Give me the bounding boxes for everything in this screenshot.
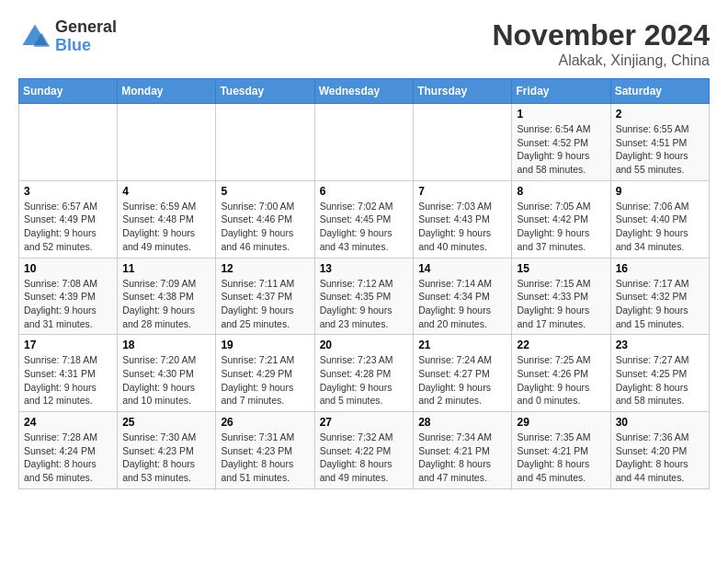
- calendar-day-cell: 28Sunrise: 7:34 AM Sunset: 4:21 PM Dayli…: [414, 412, 512, 489]
- weekday-header: Friday: [512, 79, 610, 104]
- calendar-day-cell: 21Sunrise: 7:24 AM Sunset: 4:27 PM Dayli…: [414, 335, 512, 412]
- day-info: Sunrise: 7:05 AM Sunset: 4:42 PM Dayligh…: [517, 200, 605, 254]
- calendar-day-cell: 3Sunrise: 6:57 AM Sunset: 4:49 PM Daylig…: [19, 180, 118, 258]
- day-number: 15: [517, 262, 605, 275]
- calendar-day-cell: 17Sunrise: 7:18 AM Sunset: 4:31 PM Dayli…: [19, 335, 118, 412]
- weekday-header: Wednesday: [314, 79, 414, 104]
- day-number: 8: [517, 185, 605, 198]
- day-info: Sunrise: 7:18 AM Sunset: 4:31 PM Dayligh…: [24, 353, 112, 408]
- calendar-day-cell: 9Sunrise: 7:06 AM Sunset: 4:40 PM Daylig…: [610, 180, 709, 258]
- weekday-header: Saturday: [610, 79, 709, 104]
- day-info: Sunrise: 7:11 AM Sunset: 4:37 PM Dayligh…: [221, 277, 309, 331]
- title-block: November 2024 Alakak, Xinjiang, China: [492, 18, 710, 69]
- calendar-day-cell: 20Sunrise: 7:23 AM Sunset: 4:28 PM Dayli…: [314, 335, 414, 412]
- calendar-day-cell: 24Sunrise: 7:28 AM Sunset: 4:24 PM Dayli…: [19, 412, 118, 489]
- day-number: 9: [616, 185, 704, 198]
- calendar-day-cell: 2Sunrise: 6:55 AM Sunset: 4:51 PM Daylig…: [610, 104, 709, 181]
- calendar-week-row: 17Sunrise: 7:18 AM Sunset: 4:31 PM Dayli…: [19, 335, 710, 412]
- day-info: Sunrise: 6:55 AM Sunset: 4:51 PM Dayligh…: [616, 122, 704, 177]
- day-info: Sunrise: 6:59 AM Sunset: 4:48 PM Dayligh…: [122, 200, 210, 254]
- calendar-day-cell: [19, 104, 118, 181]
- day-info: Sunrise: 7:34 AM Sunset: 4:21 PM Dayligh…: [418, 431, 506, 485]
- day-info: Sunrise: 7:32 AM Sunset: 4:22 PM Dayligh…: [320, 431, 409, 485]
- day-info: Sunrise: 6:57 AM Sunset: 4:49 PM Dayligh…: [24, 200, 112, 254]
- day-info: Sunrise: 7:21 AM Sunset: 4:29 PM Dayligh…: [221, 353, 309, 408]
- calendar-day-cell: 22Sunrise: 7:25 AM Sunset: 4:26 PM Dayli…: [512, 335, 610, 412]
- day-number: 29: [517, 416, 605, 429]
- day-info: Sunrise: 7:12 AM Sunset: 4:35 PM Dayligh…: [320, 277, 409, 331]
- day-info: Sunrise: 7:35 AM Sunset: 4:21 PM Dayligh…: [517, 431, 605, 485]
- weekday-header: Sunday: [19, 79, 118, 104]
- logo-icon: [18, 20, 51, 53]
- calendar-week-row: 3Sunrise: 6:57 AM Sunset: 4:49 PM Daylig…: [19, 180, 710, 258]
- day-info: Sunrise: 7:03 AM Sunset: 4:43 PM Dayligh…: [418, 200, 506, 254]
- calendar-table: SundayMondayTuesdayWednesdayThursdayFrid…: [18, 78, 710, 489]
- day-info: Sunrise: 7:23 AM Sunset: 4:28 PM Dayligh…: [320, 353, 409, 408]
- calendar-week-row: 1Sunrise: 6:54 AM Sunset: 4:52 PM Daylig…: [19, 104, 710, 181]
- day-info: Sunrise: 7:24 AM Sunset: 4:27 PM Dayligh…: [418, 353, 506, 408]
- day-number: 25: [122, 416, 210, 429]
- day-number: 16: [616, 262, 704, 275]
- day-number: 2: [616, 108, 704, 121]
- calendar-header-row: SundayMondayTuesdayWednesdayThursdayFrid…: [19, 79, 710, 104]
- day-info: Sunrise: 7:27 AM Sunset: 4:25 PM Dayligh…: [616, 353, 704, 408]
- day-info: Sunrise: 7:30 AM Sunset: 4:23 PM Dayligh…: [122, 431, 210, 485]
- calendar-day-cell: 11Sunrise: 7:09 AM Sunset: 4:38 PM Dayli…: [118, 258, 216, 335]
- calendar-day-cell: [414, 104, 512, 181]
- day-number: 13: [320, 262, 409, 275]
- day-number: 30: [616, 416, 704, 429]
- day-number: 19: [221, 339, 309, 351]
- day-number: 14: [418, 262, 506, 275]
- day-info: Sunrise: 7:20 AM Sunset: 4:30 PM Dayligh…: [122, 353, 210, 408]
- calendar-day-cell: 12Sunrise: 7:11 AM Sunset: 4:37 PM Dayli…: [216, 258, 314, 335]
- day-info: Sunrise: 7:31 AM Sunset: 4:23 PM Dayligh…: [221, 431, 309, 485]
- day-number: 26: [221, 416, 309, 429]
- day-info: Sunrise: 7:09 AM Sunset: 4:38 PM Dayligh…: [122, 277, 210, 331]
- logo-general-text: General: [55, 18, 117, 37]
- calendar-day-cell: 5Sunrise: 7:00 AM Sunset: 4:46 PM Daylig…: [216, 180, 314, 258]
- day-number: 18: [122, 339, 210, 351]
- calendar-day-cell: 8Sunrise: 7:05 AM Sunset: 4:42 PM Daylig…: [512, 180, 610, 258]
- day-number: 24: [24, 416, 112, 429]
- weekday-header: Tuesday: [216, 79, 314, 104]
- calendar-day-cell: 1Sunrise: 6:54 AM Sunset: 4:52 PM Daylig…: [512, 104, 610, 181]
- calendar-day-cell: 16Sunrise: 7:17 AM Sunset: 4:32 PM Dayli…: [610, 258, 709, 335]
- day-info: Sunrise: 7:14 AM Sunset: 4:34 PM Dayligh…: [418, 277, 506, 331]
- day-info: Sunrise: 7:36 AM Sunset: 4:20 PM Dayligh…: [616, 431, 704, 485]
- calendar-day-cell: 18Sunrise: 7:20 AM Sunset: 4:30 PM Dayli…: [118, 335, 216, 412]
- calendar-week-row: 24Sunrise: 7:28 AM Sunset: 4:24 PM Dayli…: [19, 412, 710, 489]
- calendar-day-cell: 25Sunrise: 7:30 AM Sunset: 4:23 PM Dayli…: [118, 412, 216, 489]
- calendar-day-cell: 30Sunrise: 7:36 AM Sunset: 4:20 PM Dayli…: [610, 412, 709, 489]
- day-number: 11: [122, 262, 210, 275]
- day-info: Sunrise: 6:54 AM Sunset: 4:52 PM Dayligh…: [517, 122, 605, 177]
- day-info: Sunrise: 7:28 AM Sunset: 4:24 PM Dayligh…: [24, 431, 112, 485]
- day-number: 4: [122, 185, 210, 198]
- location-subtitle: Alakak, Xinjiang, China: [492, 52, 710, 69]
- calendar-day-cell: 10Sunrise: 7:08 AM Sunset: 4:39 PM Dayli…: [19, 258, 118, 335]
- calendar-week-row: 10Sunrise: 7:08 AM Sunset: 4:39 PM Dayli…: [19, 258, 710, 335]
- calendar-day-cell: 27Sunrise: 7:32 AM Sunset: 4:22 PM Dayli…: [314, 412, 414, 489]
- calendar-day-cell: [314, 104, 414, 181]
- day-info: Sunrise: 7:00 AM Sunset: 4:46 PM Dayligh…: [221, 200, 309, 254]
- weekday-header: Monday: [118, 79, 216, 104]
- day-number: 20: [320, 339, 409, 351]
- day-number: 27: [320, 416, 409, 429]
- day-number: 28: [418, 416, 506, 429]
- calendar-day-cell: [216, 104, 314, 181]
- day-info: Sunrise: 7:02 AM Sunset: 4:45 PM Dayligh…: [320, 200, 409, 254]
- calendar-day-cell: 13Sunrise: 7:12 AM Sunset: 4:35 PM Dayli…: [314, 258, 414, 335]
- calendar-day-cell: 4Sunrise: 6:59 AM Sunset: 4:48 PM Daylig…: [118, 180, 216, 258]
- day-number: 6: [320, 185, 409, 198]
- day-info: Sunrise: 7:15 AM Sunset: 4:33 PM Dayligh…: [517, 277, 605, 331]
- month-title: November 2024: [492, 18, 710, 52]
- day-number: 10: [24, 262, 112, 275]
- day-number: 5: [221, 185, 309, 198]
- day-number: 22: [517, 339, 605, 351]
- day-number: 1: [517, 108, 605, 121]
- logo-blue-text: Blue: [55, 37, 117, 55]
- day-number: 23: [616, 339, 704, 351]
- calendar-day-cell: 19Sunrise: 7:21 AM Sunset: 4:29 PM Dayli…: [216, 335, 314, 412]
- calendar-day-cell: [118, 104, 216, 181]
- day-number: 21: [418, 339, 506, 351]
- page-header: General Blue November 2024 Alakak, Xinji…: [18, 18, 710, 69]
